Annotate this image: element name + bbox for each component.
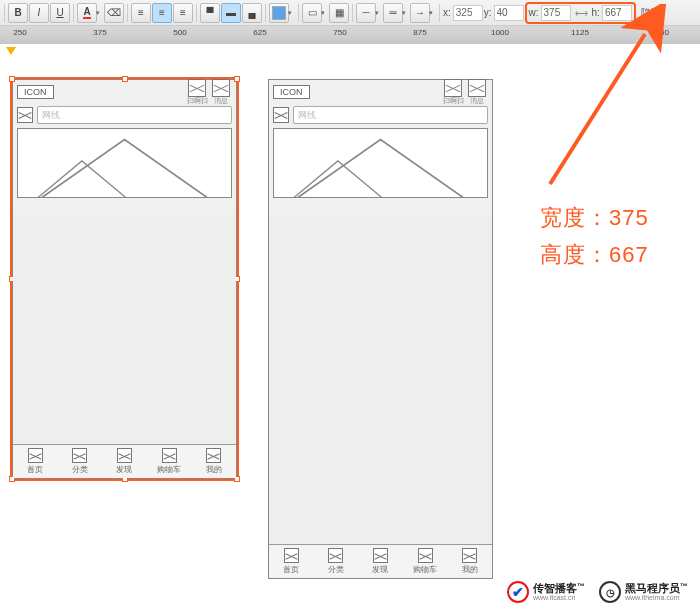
resize-handle[interactable] (234, 76, 240, 82)
clear-format-button[interactable]: ⌫ (104, 3, 124, 23)
search-prefix-icon (273, 107, 289, 123)
tab-icon (162, 448, 177, 463)
fill-color-button[interactable] (269, 3, 289, 23)
height-annotation: 高度：667 (540, 236, 649, 273)
czbk-mark-icon: ✔ (507, 581, 529, 603)
underline-button[interactable]: U (50, 3, 70, 23)
tab-icon (328, 548, 343, 563)
ruler-tick: 250 (13, 28, 26, 37)
y-label: y: (484, 7, 492, 18)
hero-banner-placeholder (17, 128, 232, 198)
w-label: w: (529, 7, 539, 18)
width-annotation: 宽度：375 (540, 199, 649, 236)
wireframe-phone-copy[interactable]: ICON 扫啊扫 消息 网线 首页 分类 发现 购物车 我的 (268, 79, 493, 579)
h-input[interactable] (602, 5, 632, 21)
svg-line-0 (550, 34, 645, 184)
horizontal-ruler: 250 375 500 625 750 875 1000 1125 1250 (0, 26, 700, 44)
format-toolbar: B I U A▾ ⌫ ≡ ≡ ≡ ▀ ▬ ▄ ▾ ▭▾ ▦ ─▾ ═▾ →▾ x… (0, 0, 700, 26)
ruler-tick: 625 (253, 28, 266, 37)
message-icon (468, 79, 486, 97)
align-left-button[interactable]: ≡ (131, 3, 151, 23)
valign-middle-button[interactable]: ▬ (221, 3, 241, 23)
tab-mine: 我的 (191, 445, 236, 478)
bold-button[interactable]: B (8, 3, 28, 23)
guide-marker-icon (6, 47, 16, 55)
search-row: 网线 (13, 104, 236, 126)
align-center-button[interactable]: ≡ (152, 3, 172, 23)
y-coord: y: (484, 5, 524, 21)
scan-label: 扫啊扫 (186, 97, 208, 105)
tab-home: 首页 (13, 445, 58, 478)
toolbar-trailing[interactable]: 隐藏 (641, 6, 661, 20)
tab-icon (72, 448, 87, 463)
message-label: 消息 (466, 97, 488, 105)
w-input[interactable] (541, 5, 571, 21)
text-color-button[interactable]: A (77, 3, 97, 23)
tab-discover: 发现 (102, 445, 147, 478)
dimension-annotation: 宽度：375 高度：667 (540, 199, 649, 274)
logo-czbk: ✔ 传智播客™www.itcast.cn (507, 581, 585, 603)
tab-category: 分类 (314, 545, 359, 578)
tab-cart: 购物车 (403, 545, 448, 578)
tab-icon (462, 548, 477, 563)
ruler-tick: 1000 (491, 28, 509, 37)
ruler-tick: 1250 (651, 28, 669, 37)
search-input: 网线 (293, 106, 488, 124)
design-canvas[interactable]: ICON 扫啊扫 消息 网线 首页 分类 发现 购物车 我的 ICON 扫啊扫 (0, 44, 700, 609)
border-style-button[interactable]: ▭ (302, 3, 322, 23)
ruler-tick: 1125 (571, 28, 589, 37)
resize-handle[interactable] (122, 76, 128, 82)
heima-mark-icon: ◷ (599, 581, 621, 603)
message-label: 消息 (210, 97, 232, 105)
tab-icon (284, 548, 299, 563)
arrow-style-button[interactable]: → (410, 3, 430, 23)
tab-category: 分类 (58, 445, 103, 478)
tab-discover: 发现 (358, 545, 403, 578)
hero-banner-placeholder (273, 128, 488, 198)
tab-icon (28, 448, 43, 463)
app-icon-placeholder: ICON (17, 85, 54, 99)
tab-bar: 首页 分类 发现 购物车 我的 (13, 444, 236, 478)
x-label: x: (443, 7, 451, 18)
ruler-tick: 875 (413, 28, 426, 37)
tab-bar: 首页 分类 发现 购物车 我的 (269, 544, 492, 578)
tab-icon (117, 448, 132, 463)
x-input[interactable] (453, 5, 483, 21)
search-input: 网线 (37, 106, 232, 124)
h-label: h: (592, 7, 600, 18)
link-dims-icon[interactable]: ⟷ (575, 8, 588, 18)
content-area (13, 215, 236, 444)
resize-handle[interactable] (9, 76, 15, 82)
valign-bottom-button[interactable]: ▄ (242, 3, 262, 23)
tab-icon (418, 548, 433, 563)
dimension-highlight: w: ⟷ h: (525, 2, 636, 24)
wireframe-phone-selected[interactable]: ICON 扫啊扫 消息 网线 首页 分类 发现 购物车 我的 (12, 79, 237, 479)
y-input[interactable] (494, 5, 524, 21)
shadow-button[interactable]: ▦ (329, 3, 349, 23)
tab-icon (206, 448, 221, 463)
watermark-logos: ✔ 传智播客™www.itcast.cn ◷ 黑马程序员™www.itheima… (507, 581, 688, 603)
content-area (269, 215, 492, 544)
ruler-tick: 750 (333, 28, 346, 37)
scan-icon (444, 79, 462, 97)
ruler-tick: 375 (93, 28, 106, 37)
app-icon-placeholder: ICON (273, 85, 310, 99)
message-icon (212, 79, 230, 97)
line-style-button[interactable]: ─ (356, 3, 376, 23)
scan-icon (188, 79, 206, 97)
tab-cart: 购物车 (147, 445, 192, 478)
italic-button[interactable]: I (29, 3, 49, 23)
search-prefix-icon (17, 107, 33, 123)
tab-icon (373, 548, 388, 563)
align-right-button[interactable]: ≡ (173, 3, 193, 23)
tab-home: 首页 (269, 545, 314, 578)
scan-label: 扫啊扫 (442, 97, 464, 105)
ruler-tick: 500 (173, 28, 186, 37)
line-weight-button[interactable]: ═ (383, 3, 403, 23)
search-row: 网线 (269, 104, 492, 126)
phone-header: ICON 扫啊扫 消息 (269, 80, 492, 104)
logo-heima: ◷ 黑马程序员™www.itheima.com (599, 581, 688, 603)
x-coord: x: (443, 5, 483, 21)
valign-top-button[interactable]: ▀ (200, 3, 220, 23)
phone-header: ICON 扫啊扫 消息 (13, 80, 236, 104)
